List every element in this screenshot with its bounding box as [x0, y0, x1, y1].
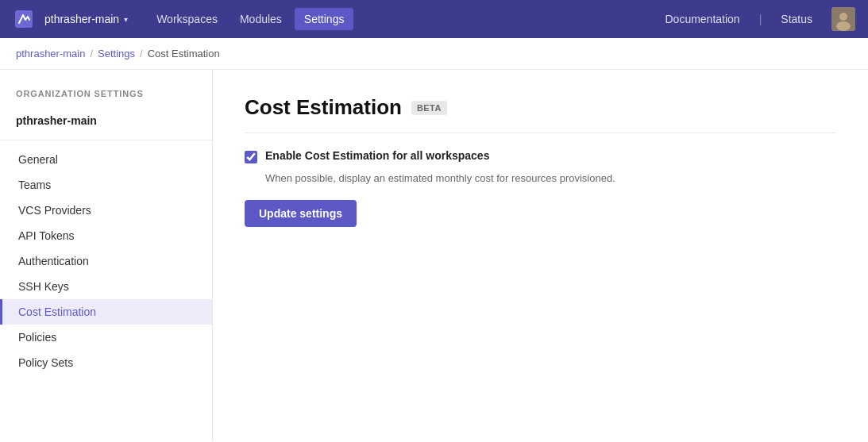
- sidebar-item-general[interactable]: General: [0, 147, 212, 172]
- sidebar-item-cost-estimation[interactable]: Cost Estimation: [0, 299, 212, 325]
- breadcrumb-org[interactable]: pthrasher-main: [16, 48, 85, 60]
- brand-chevron: ▾: [124, 15, 128, 24]
- setting-label[interactable]: Enable Cost Estimation for all workspace…: [265, 149, 489, 162]
- setting-row: Enable Cost Estimation for all workspace…: [245, 149, 836, 163]
- svg-rect-0: [15, 10, 33, 28]
- checkbox-wrapper: [245, 150, 257, 163]
- brand-name: pthrasher-main: [44, 13, 119, 25]
- sidebar-item-authentication[interactable]: Authentication: [0, 248, 212, 274]
- layout: Organization Settings pthrasher-main Gen…: [0, 70, 868, 441]
- nav-modules[interactable]: Modules: [230, 8, 291, 30]
- svg-point-3: [836, 21, 851, 31]
- update-settings-button[interactable]: Update settings: [245, 200, 357, 227]
- sidebar-section-label: Organization Settings: [0, 89, 212, 108]
- page-header: Cost Estimation BETA: [245, 95, 836, 133]
- brand-selector[interactable]: pthrasher-main ▾: [44, 13, 128, 25]
- sidebar-item-vcs-providers[interactable]: VCS Providers: [0, 198, 212, 223]
- breadcrumb-sep2: /: [140, 48, 143, 60]
- main-content: Cost Estimation BETA Enable Cost Estimat…: [213, 70, 868, 441]
- sidebar-item-teams[interactable]: Teams: [0, 172, 212, 198]
- topnav-links: Workspaces Modules Settings: [147, 8, 655, 30]
- topnav: pthrasher-main ▾ Workspaces Modules Sett…: [0, 0, 868, 38]
- topnav-right: Documentation | Status: [655, 7, 855, 31]
- sidebar: Organization Settings pthrasher-main Gen…: [0, 70, 213, 441]
- beta-badge: BETA: [411, 101, 447, 115]
- setting-description: When possible, display an estimated mont…: [265, 172, 836, 184]
- breadcrumb-settings[interactable]: Settings: [98, 48, 135, 60]
- page-title: Cost Estimation: [245, 95, 402, 120]
- breadcrumb: pthrasher-main / Settings / Cost Estimat…: [0, 38, 868, 70]
- sidebar-item-policies[interactable]: Policies: [0, 325, 212, 350]
- nav-divider: |: [759, 13, 762, 25]
- sidebar-item-ssh-keys[interactable]: SSH Keys: [0, 274, 212, 299]
- user-avatar[interactable]: [831, 7, 855, 31]
- logo: [13, 8, 35, 30]
- nav-documentation[interactable]: Documentation: [655, 8, 749, 30]
- breadcrumb-sep1: /: [90, 48, 93, 60]
- nav-status[interactable]: Status: [771, 8, 822, 30]
- svg-point-2: [839, 13, 847, 21]
- cost-estimation-checkbox[interactable]: [245, 151, 257, 163]
- sidebar-item-policy-sets[interactable]: Policy Sets: [0, 350, 212, 375]
- breadcrumb-current: Cost Estimation: [148, 48, 220, 60]
- sidebar-item-api-tokens[interactable]: API Tokens: [0, 223, 212, 248]
- sidebar-org-name: pthrasher-main: [0, 108, 212, 140]
- nav-workspaces[interactable]: Workspaces: [147, 8, 227, 30]
- nav-settings[interactable]: Settings: [295, 8, 354, 30]
